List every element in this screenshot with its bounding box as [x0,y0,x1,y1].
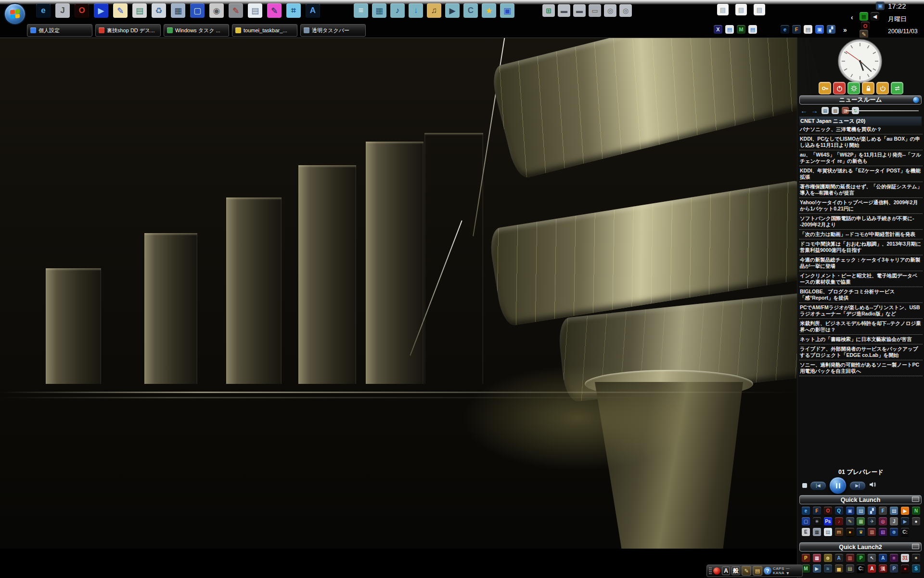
previous-track-button[interactable]: |◀ [810,481,826,490]
ql-globe-app-icon[interactable]: ⊕ [890,528,898,536]
news-item[interactable]: 著作権保護期間の延長はせず、「公的保証システム」導入を--有識者らが提言 [799,182,923,198]
pause-button[interactable] [829,477,847,494]
news-item[interactable]: ソニー、過剰発熱の可能性があるソニー製ノートPC用電池パックを自主回収へ [799,360,923,376]
recycle-bin-icon[interactable]: ♻ [152,3,166,18]
removable-drive-icon[interactable]: ▭ [589,4,601,17]
ql-mixer-icon[interactable]: ▧ [879,528,887,536]
ql2-cmd-icon[interactable]: C: [857,565,865,573]
favorites-folder-icon[interactable]: ★ [482,3,496,18]
green-grid-icon[interactable]: ▦ [860,12,868,21]
ie-quicklaunch-icon[interactable]: e [781,25,789,34]
ql-music-app-icon[interactable]: ♪ [835,517,843,525]
ql2-register-icon[interactable]: ▤ [846,565,854,573]
news-item[interactable]: ソフトバンク国際電話の申し込み手続きが不要に--2009年2月より [799,214,923,230]
ql-eac-icon[interactable]: E [802,528,810,536]
ql2-skype-icon[interactable]: S [912,565,920,573]
speaker-icon[interactable]: ◉ [209,3,224,18]
taskbar-button-urawaza-shop[interactable]: 裏技shop DD デス... [95,24,161,37]
news-item[interactable]: ライブドア、外部開発者のサービスをバックアップするプロジェクト「EDGE co.… [799,344,923,360]
news-item[interactable]: インクリメント・ピーと昭文社、電子地図データベースの素材収集で協業 [799,271,923,287]
dvd-drive2-icon[interactable]: ◎ [619,4,632,17]
ql2-kanji-app-icon[interactable]: 漢 [879,565,887,573]
ql-video-file-icon[interactable]: ▶ [901,517,909,525]
ql-graphics-card-icon[interactable]: ▦ [857,517,865,525]
messenger-icon[interactable]: M [737,25,745,34]
news-item[interactable]: PCでAM/FMラジオが楽しめる--プリンストン、USBラジオチューナー「デジ造… [799,303,923,319]
ql-j-app-icon[interactable]: J [890,517,898,525]
news-item[interactable]: ネット上の「書籍検索」に日本文藝家協会が苦言 [799,335,923,344]
ql2-person-icon[interactable]: P [890,565,898,573]
ql-trophy-icon[interactable]: ♛ [857,528,865,536]
volume-icon[interactable]: ◀ [871,12,879,21]
downloads-folder-icon[interactable]: ↓ [409,3,423,18]
ime-conversion-mode-button[interactable]: 般 [732,566,740,575]
ql2-web-globe-icon[interactable]: ⊕ [824,554,832,562]
news-item[interactable]: Yahoo!ケータイのトップページ通信料、2009年2月から1パケット0.21円… [799,198,923,214]
videos-folder-icon[interactable]: ▶ [445,3,460,18]
news-item[interactable]: 「次の主力は動画」--ドコモが中期経営計画を発表 [799,230,923,239]
ql-net-tool-icon[interactable]: N [912,507,920,515]
computer-icon[interactable]: ▢ [190,3,205,18]
news-item[interactable]: 今週の新製品総チェック：ケータイ3キャリアの新製品が一挙に登場 [799,255,923,271]
ql2-pop-mail-icon[interactable]: P [802,554,810,562]
export-news-icon[interactable]: ▤ [821,107,829,114]
ql-ffftp-icon[interactable]: F [879,507,887,515]
paint-tools-icon[interactable]: ✎ [267,3,282,18]
news-item[interactable]: au、「W64S」「W62P」を11月1日より発売--「フルチェンケータイ re… [799,150,923,166]
ql-amber-ball-icon[interactable]: ● [846,528,854,536]
dvd-drive-icon[interactable]: ◎ [604,4,616,17]
quicklaunch-header[interactable]: Quick Launch [799,495,922,504]
hard-drive-icon[interactable]: ▬ [558,4,570,17]
ql-quicktime-icon[interactable]: Q [835,507,843,515]
ql2-movie-window-icon[interactable]: ▶ [813,565,821,573]
ql-notepad-icon[interactable]: ▤ [824,528,832,536]
ql-opera-icon[interactable]: O [824,507,832,515]
network-icon[interactable]: ▣ [876,1,885,10]
ql-fan-icon[interactable]: ✳ [813,517,821,525]
contacts-folder-icon[interactable]: C [463,3,478,18]
shutdown-button[interactable] [833,82,846,94]
text-file2-icon[interactable]: ▤ [735,4,747,15]
ql2-audio-wave-icon[interactable]: ≈ [824,565,832,573]
taskbar-button-transparent-taskbar[interactable]: 透明タスクバー [300,24,366,37]
news-back-icon[interactable]: ← [800,108,808,114]
ql2-font-a-icon[interactable]: A [835,554,843,562]
ql2-zip-media-icon[interactable]: ▥ [846,554,854,562]
quicklaunch2-header[interactable]: Quick Launch2 [799,542,922,552]
ql-window-icon[interactable]: ▤ [857,507,865,515]
taskbar-button-personal-settings[interactable]: 個人設定 [27,24,92,37]
ql-ie-icon[interactable]: e [802,507,810,515]
music-folder-icon[interactable]: ♪ [390,3,405,18]
ql2-a2-app-icon[interactable]: A [879,554,887,562]
system-window-icon[interactable]: ▤ [132,3,147,18]
ql-photoshop-icon[interactable]: Ps [824,517,832,525]
restart-button[interactable] [847,82,860,94]
ql-cmd-icon[interactable]: C: [901,528,909,536]
ql2-paint-image-icon[interactable]: ▦ [813,554,821,562]
taskbar-button-windows-task[interactable]: Windows タスク ... [164,24,229,37]
start-button[interactable] [4,3,26,25]
switch-user-button[interactable] [891,82,903,94]
news-item[interactable]: ドコモ中間決算は「おおむね順調」、2013年3月期に営業利益9000億円を目指す [799,239,923,255]
stop-button[interactable] [802,483,807,488]
window-quicklaunch-icon[interactable]: ▤ [804,25,812,34]
ql-memo-pen-icon[interactable]: ✎ [846,517,854,525]
ime-minimize-controls[interactable]: — ▾ [786,566,790,576]
ql-media-tool-icon[interactable]: ▥ [868,528,876,536]
x-desktop-icon[interactable]: X [714,25,722,34]
music2-folder-icon[interactable]: ♫ [427,3,441,18]
ql2-apple-icon[interactable]: ● [901,565,909,573]
edit-news-icon[interactable]: ▧ [832,107,839,114]
documents-folder-icon[interactable]: ≡ [354,3,368,18]
ql-mediaplayer-icon[interactable]: ▶ [901,507,909,515]
news-forward-icon[interactable]: → [811,108,818,114]
notes-pen-icon[interactable]: ✎ [113,3,128,18]
ql-mouse-tool-icon[interactable]: m [835,528,843,536]
player-volume-icon[interactable] [869,481,876,490]
ime-toolbox-icon[interactable]: ▤ [753,566,762,576]
computer-folder-icon[interactable]: ▣ [500,3,514,18]
text-file-icon[interactable]: ▤ [717,4,729,15]
standby-button[interactable] [876,82,889,94]
ql2-calendar-icon[interactable]: 31 [901,554,909,562]
windows-drive-icon[interactable]: ⊞ [542,4,555,17]
